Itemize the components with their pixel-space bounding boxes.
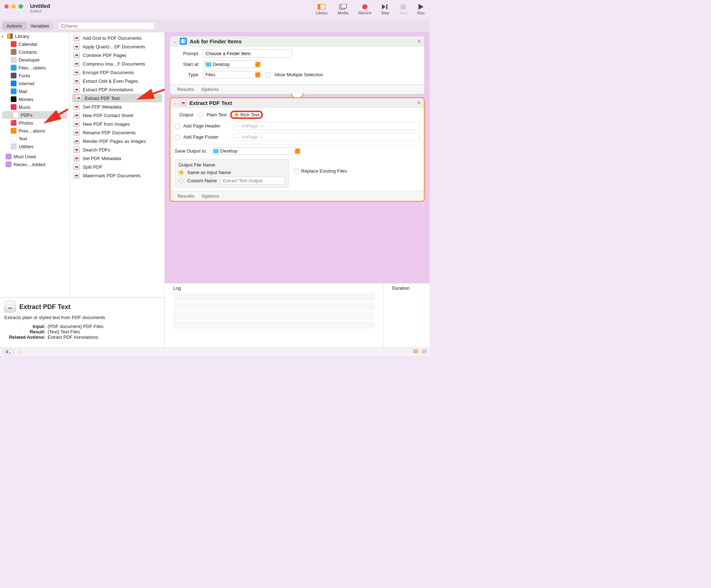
action-item[interactable]: Rename PDF Documents (70, 128, 164, 137)
action-item[interactable]: Compress Ima…F Documents (70, 59, 164, 68)
same-name-radio[interactable] (179, 170, 184, 175)
save-to-popup[interactable]: Desktop ⌃⌄ (211, 147, 302, 155)
toolbar-label: Run (417, 11, 425, 15)
stop-button[interactable]: Stop (399, 3, 407, 15)
add-footer-label: Add Page Footer (183, 134, 230, 140)
flow-area[interactable]: ⌄ Ask for Finder Items ✕ Prompt: Start a… (165, 32, 430, 283)
action-label: Extract Odd & Even Pages (83, 78, 138, 84)
category-icon (11, 81, 16, 86)
action-item[interactable]: Set PDF Metadata (70, 154, 164, 163)
card-header[interactable]: ⌄ Extract PDF Text ✕ (170, 98, 424, 108)
action-item[interactable]: Apply Quartz…DF Documents (70, 42, 164, 51)
action-item[interactable]: Combine PDF Pages (70, 51, 164, 59)
zoom-window[interactable] (19, 4, 23, 9)
results-button[interactable]: Results (178, 193, 194, 199)
add-footer-checkbox[interactable] (175, 135, 180, 140)
same-name-label: Same as Input Name (187, 170, 231, 175)
media-button[interactable]: Media (338, 3, 348, 15)
sidebar-item-calendar[interactable]: Calendar (0, 40, 69, 48)
results-button[interactable]: Results (177, 87, 194, 92)
plain-text-radio[interactable] (198, 112, 203, 117)
log-panel: Log Duration (165, 283, 430, 347)
sidebar-icon (318, 3, 325, 11)
record-button[interactable]: Record (358, 3, 371, 15)
action-item[interactable]: Encrypt PDF Documents (70, 68, 164, 77)
workflow-canvas: ⌄ Ask for Finder Items ✕ Prompt: Start a… (165, 32, 430, 347)
sidebar-item-fonts[interactable]: Fonts (0, 72, 69, 79)
action-item[interactable]: New PDF Contact Sheet (70, 111, 164, 120)
sidebar-item-internet[interactable]: Internet (0, 79, 69, 87)
view-list-icon[interactable] (413, 349, 418, 355)
close-icon[interactable]: ✕ (417, 38, 421, 44)
log-row (173, 321, 374, 329)
sidebar-item-utilities[interactable]: Utilities (0, 143, 69, 150)
options-button[interactable]: Options (202, 193, 219, 199)
action-item[interactable]: Add Grid to PDF Documents (70, 34, 164, 42)
info-result-label: Result: (4, 329, 45, 334)
type-popup[interactable]: Files ⌃⌄ (203, 71, 262, 78)
options-button[interactable]: Options (201, 87, 219, 92)
search-field[interactable] (58, 22, 155, 30)
save-to-label: Save Output to: (175, 148, 207, 154)
action-item[interactable]: Extract Odd & Even Pages (70, 77, 164, 85)
sidebar-item-recenadded[interactable]: Recen…Added (0, 160, 69, 168)
search-input[interactable] (65, 23, 152, 29)
view-flow-icon[interactable] (422, 349, 427, 355)
action-card-ask-finder[interactable]: ⌄ Ask for Finder Items ✕ Prompt: Start a… (170, 36, 425, 95)
gear-menu-icon[interactable]: ⚙︎⌄ (3, 349, 14, 355)
action-info-pane: Extract PDF Text Extracts plain or style… (0, 297, 165, 347)
svg-rect-7 (401, 4, 406, 9)
action-item[interactable]: Split PDF (70, 163, 164, 171)
pdf-action-icon (73, 164, 80, 170)
sidebar-item-contacts[interactable]: Contacts (0, 48, 69, 56)
step-icon (382, 3, 388, 11)
sidebar-item-developer[interactable]: Developer (0, 56, 69, 64)
svg-rect-3 (341, 4, 347, 8)
start-at-popup[interactable]: Desktop ⌃⌄ (203, 61, 262, 68)
action-item[interactable]: Search PDFs (70, 145, 164, 154)
prompt-input[interactable] (203, 49, 292, 58)
category-icon (11, 73, 16, 78)
segment-variables[interactable]: Variables (26, 22, 54, 30)
run-button[interactable]: Run (417, 3, 425, 15)
rich-text-radio[interactable] (234, 112, 239, 117)
chevron-updown-icon: ⌃⌄ (255, 72, 260, 77)
segment-actions[interactable]: Actions (2, 22, 26, 30)
library-root[interactable]: ▾ Library (0, 32, 69, 40)
svg-line-23 (140, 90, 165, 98)
minimize-window[interactable] (11, 4, 16, 9)
pdf-action-icon (73, 121, 80, 127)
sidebar-item-filesolders[interactable]: Files…olders (0, 64, 69, 72)
pdf-action-icon (73, 43, 80, 50)
custom-name-input[interactable] (221, 177, 285, 185)
replace-checkbox[interactable] (294, 169, 299, 174)
close-icon[interactable]: ✕ (417, 100, 421, 106)
toolbar-label: Stop (399, 11, 407, 15)
sidebar-item-label: Pres…ations (19, 128, 45, 134)
warning-icon[interactable]: ◇ (18, 349, 21, 355)
header-placeholder[interactable]: --- ##Page --- (233, 122, 420, 130)
close-window[interactable] (4, 4, 9, 9)
card-header[interactable]: ⌄ Ask for Finder Items ✕ (170, 36, 424, 47)
add-header-label: Add Page Header (183, 123, 230, 129)
add-header-checkbox[interactable] (175, 124, 180, 129)
sidebar-item-text[interactable]: Text (0, 135, 69, 143)
library-toggle-button[interactable]: Library (315, 3, 328, 15)
prompt-label: Prompt: (174, 51, 199, 56)
allow-multi-checkbox[interactable] (266, 72, 271, 77)
footer-placeholder[interactable]: --- ##Page --- (233, 133, 420, 141)
sidebar-item-presations[interactable]: Pres…ations (0, 127, 69, 135)
sidebar-item-mostused[interactable]: Most Used (0, 153, 69, 160)
chevron-down-icon[interactable]: ⌄ (173, 39, 177, 44)
custom-name-radio[interactable] (179, 178, 184, 183)
action-label: Split PDF (83, 164, 102, 170)
sidebar-item-mail[interactable]: Mail (0, 87, 69, 95)
sidebar-item-movies[interactable]: Movies (0, 95, 69, 103)
action-item[interactable]: Watermark PDF Documents (70, 171, 164, 180)
action-item[interactable]: New PDF from Images (70, 120, 164, 128)
action-card-extract-pdf-text[interactable]: ⌄ Extract PDF Text ✕ Output: Plain Text … (170, 97, 425, 202)
chevron-down-icon[interactable]: ⌄ (173, 100, 177, 106)
action-item[interactable]: Render PDF Pages as Images (70, 137, 164, 145)
step-button[interactable]: Step (381, 3, 390, 15)
action-item[interactable]: Get PDF Metadata (70, 102, 164, 111)
